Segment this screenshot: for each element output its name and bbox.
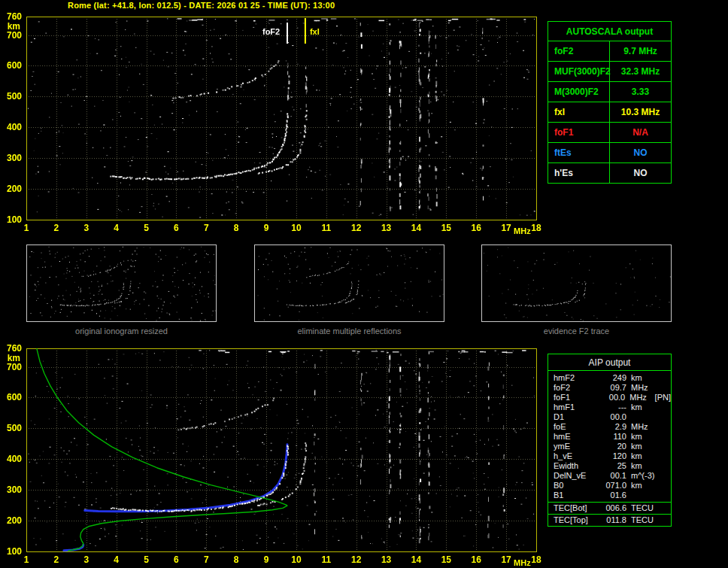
autoscala-row: foF29.7 MHz (548, 41, 671, 62)
aip-row: foF100.0MHz[PN] (548, 393, 671, 402)
aip-label: ymE (554, 442, 596, 451)
aip-unit: MHz (629, 393, 654, 402)
aip-row: B0071.0km (548, 481, 671, 491)
autoscala-value: 32.3 MHz (610, 62, 671, 81)
autoscala-param: h'Es (548, 163, 610, 183)
autoscala-value: 9.7 MHz (610, 41, 671, 61)
aip-unit (631, 491, 657, 500)
ionogram-canvas (0, 12, 546, 236)
aip-row: hmF2249km (548, 373, 671, 383)
thumbnail-filtered (254, 245, 444, 322)
autoscala-param: fxI (548, 102, 610, 122)
aip-unit: m^(-3) (631, 471, 657, 481)
aip-row: Ewidth25km (548, 461, 671, 471)
aip-value: 071.0 (596, 481, 626, 491)
aip-output-rows: hmF2249kmfoF209.7MHzfoF100.0MHz[PN]hmF1-… (548, 371, 671, 502)
autoscala-row: foF1N/A (548, 123, 671, 143)
aip-label: hmE (554, 432, 596, 442)
aip-note (657, 491, 671, 500)
autoscala-value: 3.33 (610, 82, 671, 102)
aip-label: B1 (554, 491, 596, 500)
thumbnail-caption-f2-trace: evidence F2 trace (481, 327, 672, 336)
aip-value: 00.0 (596, 393, 625, 402)
autoscala-value: NO (610, 143, 671, 163)
aip-label: h_vE (554, 451, 596, 461)
aip-note (657, 422, 671, 432)
aip-note (657, 515, 671, 526)
thumbnail-original-canvas (27, 245, 216, 321)
aip-value: 249 (596, 373, 626, 383)
aip-output-panel: AIP output hmF2249kmfoF209.7MHzfoF100.0M… (548, 354, 672, 527)
aip-unit: km (631, 373, 657, 383)
aip-value: 20 (596, 442, 626, 451)
aip-note (657, 402, 671, 412)
autoscala-row: MUF(3000)F232.3 MHz (548, 62, 671, 82)
aip-label: TEC[Bot] (554, 503, 596, 514)
profile-canvas (0, 344, 546, 568)
autoscala-row: M(3000)F23.33 (548, 82, 671, 102)
aip-unit (631, 412, 657, 422)
autoscala-output-rows: foF29.7 MHzMUF(3000)F232.3 MHzM(3000)F23… (548, 41, 671, 183)
aip-value: 011.8 (596, 515, 626, 526)
autoscala-value: N/A (610, 123, 671, 142)
autoscala-param: foF1 (548, 123, 610, 142)
thumbnail-caption-filtered: eliminate multiple reflections (254, 327, 444, 336)
aip-note (657, 471, 671, 481)
aip-unit: TECU (631, 515, 657, 526)
aip-unit: km (631, 461, 657, 471)
aip-value: 006.6 (596, 503, 626, 514)
aip-note (657, 451, 671, 461)
fxi-marker-label: fxI (310, 27, 320, 36)
aip-unit: km (631, 432, 657, 442)
aip-label: D1 (554, 412, 596, 422)
aip-note (657, 442, 671, 451)
aip-value: 09.7 (596, 383, 626, 393)
autoscala-window: Rome (lat: +41.8, lon: 012.5) - DATE: 20… (0, 0, 728, 568)
thumbnail-original (26, 245, 217, 322)
aip-row: hmE110km (548, 432, 671, 442)
aip-label: DelN_vE (554, 471, 596, 481)
autoscala-output-panel: AUTOSCALA output foF29.7 MHzMUF(3000)F23… (548, 21, 672, 184)
aip-value: 25 (596, 461, 626, 471)
autoscala-output-header: AUTOSCALA output (548, 22, 671, 41)
aip-note (657, 383, 671, 393)
thumbnail-f2-trace-canvas (482, 245, 671, 321)
autoscala-row: ftEsNO (548, 143, 671, 163)
ionogram-plot: foF2 fxI (0, 12, 546, 236)
aip-value: 00.1 (596, 471, 626, 481)
aip-row: TEC[Top]011.8TECU (548, 514, 671, 526)
fof2-marker-label: foF2 (262, 27, 280, 36)
aip-row: D100.0 (548, 412, 671, 422)
aip-value: 01.6 (596, 491, 626, 500)
aip-row: ymE20km (548, 442, 671, 451)
autoscala-value: 10.3 MHz (610, 102, 671, 122)
autoscala-param: M(3000)F2 (548, 82, 610, 102)
aip-note (657, 412, 671, 422)
aip-row: TEC[Bot]006.6TECU (548, 502, 671, 514)
aip-unit: TECU (631, 503, 657, 514)
aip-tec-rows: TEC[Bot]006.6TECUTEC[Top]011.8TECU (548, 502, 671, 526)
thumbnail-filtered-canvas (255, 245, 444, 321)
aip-value: 110 (596, 432, 626, 442)
aip-note (657, 461, 671, 471)
aip-note (657, 373, 671, 383)
aip-label: foF2 (554, 383, 596, 393)
station-date-title: Rome (lat: +41.8, lon: 012.5) - DATE: 20… (68, 1, 335, 10)
aip-unit: MHz (631, 383, 657, 393)
aip-unit: km (631, 451, 657, 461)
aip-output-header: AIP output (548, 354, 671, 371)
aip-value: 2.9 (596, 422, 626, 432)
aip-label: hmF2 (554, 373, 596, 383)
thumbnail-caption-original: original ionogram resized (26, 327, 217, 336)
autoscala-row: h'EsNO (548, 163, 671, 183)
aip-label: foF1 (554, 393, 596, 402)
autoscala-param: foF2 (548, 41, 610, 61)
aip-row: foE2.9MHz (548, 422, 671, 432)
aip-value: --- (596, 402, 626, 412)
profile-plot (0, 344, 546, 568)
aip-unit: km (631, 481, 657, 491)
aip-note (657, 481, 671, 491)
autoscala-param: MUF(3000)F2 (548, 62, 610, 81)
thumbnail-f2-trace (481, 245, 672, 322)
aip-label: TEC[Top] (554, 515, 596, 526)
